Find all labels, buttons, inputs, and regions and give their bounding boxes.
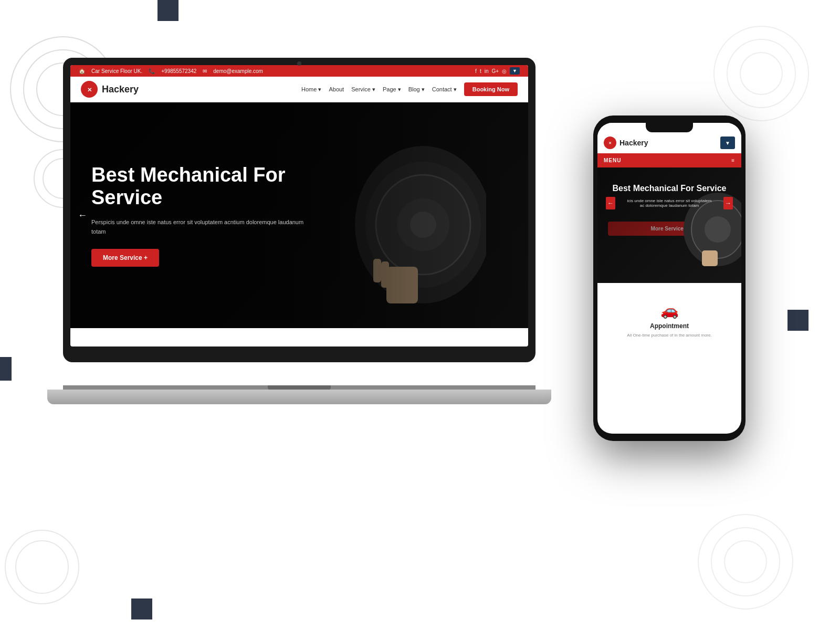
site-logo-text: Hackery bbox=[102, 84, 139, 95]
svg-point-7 bbox=[16, 541, 68, 593]
hero-description: Perspicis unde omne iste natus error sit… bbox=[91, 218, 312, 236]
svg-point-5 bbox=[740, 52, 782, 94]
phone-arrow-left[interactable]: ← bbox=[606, 197, 615, 209]
site-hero: ← Best Mechanical For Service Perspicis … bbox=[70, 102, 528, 328]
booking-btn[interactable]: Booking Now bbox=[464, 82, 518, 96]
svg-point-10 bbox=[724, 541, 766, 583]
laptop-screen: 🏠 Car Service Floor UK. 📞 +99855572342 ✉… bbox=[70, 65, 528, 346]
svg-point-9 bbox=[711, 528, 780, 596]
topbar-phone-icon: 📞 bbox=[149, 68, 155, 74]
phone-translate-btn[interactable]: ▼ bbox=[720, 136, 735, 149]
decorative-square-top bbox=[158, 0, 178, 21]
nav-service[interactable]: Service ▾ bbox=[351, 86, 375, 93]
deco-circle-left-bottom bbox=[0, 525, 84, 609]
nav-blog[interactable]: Blog ▾ bbox=[408, 86, 425, 93]
svg-point-8 bbox=[698, 514, 793, 609]
phone-hero: Best Mechanical For Service ← icis unde … bbox=[597, 167, 741, 283]
svg-text:✕: ✕ bbox=[608, 141, 612, 145]
phone-bezel: ✕ Hackery ▼ MENU ≡ bbox=[593, 116, 746, 441]
site-header: ✕ Hackery Home ▾ About Service ▾ Page ▾ … bbox=[70, 77, 528, 102]
twitter-icon[interactable]: t bbox=[480, 68, 481, 74]
deco-circle-right-bottom bbox=[693, 509, 798, 614]
phone-hero-arrows: ← icis unde omne iste natus error sit vo… bbox=[604, 196, 735, 210]
decorative-square-right bbox=[788, 310, 808, 331]
site-logo: ✕ Hackery bbox=[81, 81, 139, 98]
car-icon: 🚗 bbox=[660, 302, 679, 319]
laptop-bezel: 🏠 Car Service Floor UK. 📞 +99855572342 ✉… bbox=[63, 58, 536, 362]
svg-point-27 bbox=[705, 216, 731, 243]
site-nav: Home ▾ About Service ▾ Page ▾ Blog ▾ Con… bbox=[301, 82, 518, 96]
decorative-square-left bbox=[0, 357, 12, 381]
facebook-icon[interactable]: f bbox=[475, 68, 477, 74]
instagram-icon[interactable]: in bbox=[485, 68, 489, 74]
topbar-home-icon: 🏠 bbox=[79, 68, 85, 74]
google-plus-icon[interactable]: G+ bbox=[491, 68, 499, 74]
hero-arrow-left[interactable]: ← bbox=[78, 210, 87, 221]
phone-hamburger-icon[interactable]: ≡ bbox=[731, 158, 735, 163]
topbar-phone: +99855572342 bbox=[161, 68, 196, 74]
svg-point-3 bbox=[714, 26, 808, 121]
phone-service-title: Appointment bbox=[650, 322, 689, 330]
phone-device: ✕ Hackery ▼ MENU ≡ bbox=[593, 116, 746, 441]
nav-page[interactable]: Page ▾ bbox=[383, 86, 401, 93]
phone-notch bbox=[646, 122, 693, 132]
topbar-right: f t in G+ ◎ ▼ bbox=[475, 67, 520, 75]
phone-arrow-right[interactable]: → bbox=[723, 197, 733, 209]
phone-hero-desc: icis unde omne iste natus error sit volu… bbox=[615, 196, 723, 210]
phone-hero-content: Best Mechanical For Service ← icis unde … bbox=[597, 167, 741, 216]
laptop-base bbox=[47, 390, 551, 404]
svg-rect-28 bbox=[702, 250, 718, 266]
topbar-translate-btn[interactable]: ▼ bbox=[510, 67, 520, 75]
phone-separator bbox=[597, 283, 741, 293]
phone-hero-title: Best Mechanical For Service bbox=[604, 183, 735, 193]
site-topbar: 🏠 Car Service Floor UK. 📞 +99855572342 ✉… bbox=[70, 65, 528, 77]
phone-menu-bar: MENU ≡ bbox=[597, 153, 741, 167]
topbar-email-icon: ✉ bbox=[203, 68, 207, 74]
dribbble-icon[interactable]: ◎ bbox=[502, 68, 507, 74]
laptop-camera bbox=[297, 61, 301, 66]
phone-service-desc: All One-time purchase of in the amount m… bbox=[627, 333, 711, 338]
more-service-btn[interactable]: More Service + bbox=[91, 249, 159, 267]
topbar-email: demo@example.com bbox=[213, 68, 263, 74]
phone-screen: ✕ Hackery ▼ MENU ≡ bbox=[597, 123, 741, 434]
laptop-device: 🏠 Car Service Floor UK. 📞 +99855572342 ✉… bbox=[63, 58, 536, 404]
nav-contact[interactable]: Contact ▾ bbox=[432, 86, 457, 93]
nav-about[interactable]: About bbox=[329, 86, 344, 92]
hero-title: Best Mechanical For Service bbox=[91, 164, 312, 209]
phone-menu-label: MENU bbox=[604, 158, 621, 163]
decorative-square-bottom bbox=[131, 598, 152, 620]
phone-service-section: 🚗 Appointment All One-time purchase of i… bbox=[597, 293, 741, 346]
nav-home[interactable]: Home ▾ bbox=[301, 86, 321, 93]
topbar-address: Car Service Floor UK. bbox=[91, 68, 142, 74]
phone-logo: ✕ Hackery bbox=[604, 136, 648, 149]
phone-logo-text: Hackery bbox=[620, 139, 648, 147]
topbar-left: 🏠 Car Service Floor UK. 📞 +99855572342 ✉… bbox=[79, 68, 263, 74]
phone-logo-icon: ✕ bbox=[604, 136, 616, 149]
svg-point-4 bbox=[727, 39, 795, 108]
logo-icon: ✕ bbox=[81, 81, 98, 98]
svg-text:✕: ✕ bbox=[87, 87, 92, 93]
deco-circle-right-top bbox=[709, 21, 814, 126]
